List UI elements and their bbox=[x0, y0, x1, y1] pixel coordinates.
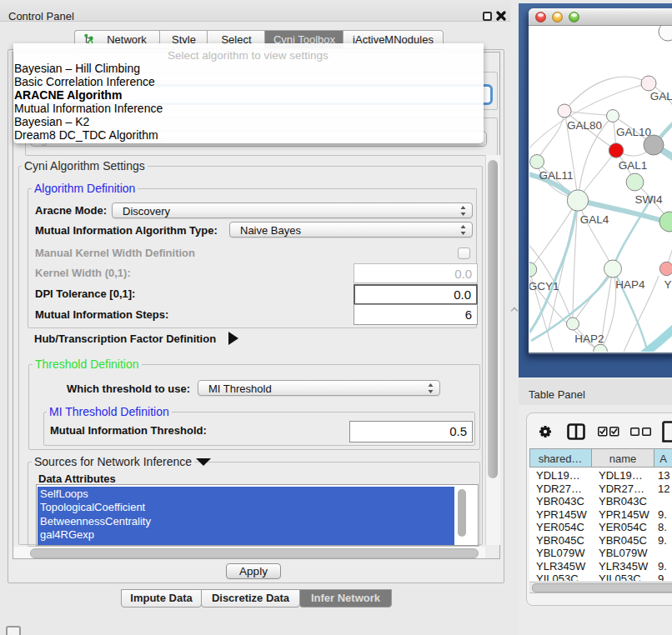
svg-text:HAP4: HAP4 bbox=[615, 278, 645, 291]
svg-text:GAL1: GAL1 bbox=[619, 159, 648, 172]
svg-text:SWI4: SWI4 bbox=[634, 193, 662, 206]
svg-text:HAP2: HAP2 bbox=[574, 332, 604, 345]
svg-text:GAL4: GAL4 bbox=[580, 213, 609, 226]
svg-text:Y: Y bbox=[664, 278, 671, 291]
svg-text:GAL80: GAL80 bbox=[567, 119, 602, 132]
svg-text:GAL10: GAL10 bbox=[616, 126, 651, 138]
svg-text:GAL7: GAL7 bbox=[650, 90, 672, 102]
svg-text:GAL11: GAL11 bbox=[539, 169, 573, 182]
svg-text:GCY1: GCY1 bbox=[529, 280, 559, 292]
